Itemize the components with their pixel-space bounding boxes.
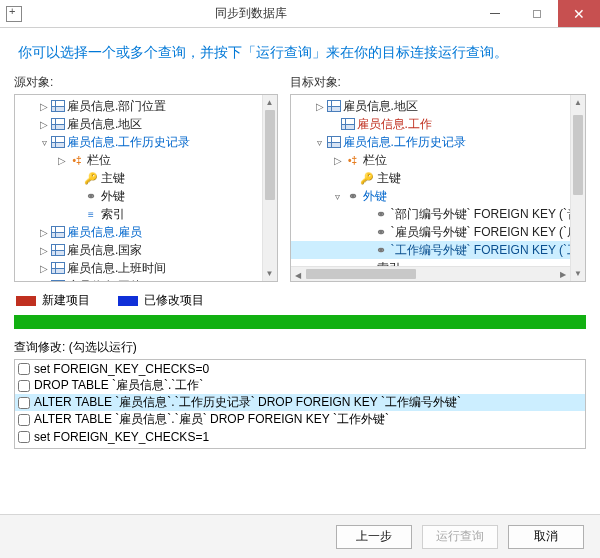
tree-node[interactable]: ▷⚭`工作编号外键` FOREIGN KEY (`工	[291, 241, 585, 259]
table-icon	[51, 118, 65, 130]
columns-icon: •‡	[69, 153, 85, 167]
tree-node-label: 主键	[101, 170, 125, 187]
target-label: 目标对象:	[290, 74, 586, 91]
tree-node[interactable]: ▷•‡栏位	[291, 151, 585, 169]
target-tree[interactable]: ▷雇员信息.地区▷雇员信息.工作▿雇员信息.工作历史记录▷•‡栏位▷🔑主键▿⚭外…	[290, 94, 586, 282]
query-row[interactable]: ALTER TABLE `雇员信息`.`雇员` DROP FOREIGN KEY…	[15, 411, 585, 428]
legend: 新建项目 已修改项目	[0, 282, 600, 315]
key-icon: 🔑	[83, 171, 99, 185]
app-icon	[6, 6, 22, 22]
queries-list[interactable]: set FOREIGN_KEY_CHECKS=0DROP TABLE `雇员信息…	[14, 359, 586, 449]
tree-node[interactable]: ▷•‡栏位	[15, 151, 277, 169]
tree-node-label: 雇员信息.工作历史记录	[343, 134, 466, 151]
scrollbar-vertical[interactable]: ▲▼	[262, 95, 277, 281]
footer: 上一步 运行查询 取消	[0, 514, 600, 558]
table-icon	[51, 100, 65, 112]
tree-node[interactable]: ▿雇员信息.工作历史记录	[15, 133, 277, 151]
tree-node[interactable]: ▷⚭`部门编号外键` FOREIGN KEY (`音	[291, 205, 585, 223]
tree-node[interactable]: ▷⚭`雇员编号外键` FOREIGN KEY (`雇	[291, 223, 585, 241]
tree-node[interactable]: ▿雇员信息.工作历史记录	[291, 133, 585, 151]
tree-node-label: 外键	[363, 188, 387, 205]
query-checkbox[interactable]	[18, 380, 30, 392]
query-checkbox[interactable]	[18, 363, 30, 375]
tree-node[interactable]: ▷雇员信息.上班时间	[15, 259, 277, 277]
queries-label: 查询修改: (勾选以运行)	[14, 339, 586, 356]
tree-node[interactable]: ▷雇员信息.图片	[15, 277, 277, 282]
tree-node-label: 主键	[377, 170, 401, 187]
tree-node[interactable]: ▷雇员信息.地区	[15, 115, 277, 133]
tree-node[interactable]: ▷雇员信息.部门位置	[15, 97, 277, 115]
table-icon	[327, 100, 341, 112]
tree-node[interactable]: ▷雇员信息.工作	[291, 115, 585, 133]
tree-node-label: 雇员信息.部门位置	[67, 98, 166, 115]
tree-node-label: 外键	[101, 188, 125, 205]
query-checkbox[interactable]	[18, 431, 30, 443]
query-text: set FOREIGN_KEY_CHECKS=0	[34, 362, 209, 376]
tree-node[interactable]: ▷雇员信息.雇员	[15, 223, 277, 241]
tree-node[interactable]: ▷雇员信息.国家	[15, 241, 277, 259]
run-query-button[interactable]: 运行查询	[422, 525, 498, 549]
tree-node[interactable]: ▷雇员信息.地区	[291, 97, 585, 115]
table-icon	[51, 280, 65, 282]
legend-mod-label: 已修改项目	[144, 292, 204, 309]
tree-node[interactable]: ▿⚭外键	[291, 187, 585, 205]
expand-icon[interactable]: ▷	[37, 245, 51, 256]
cancel-button[interactable]: 取消	[508, 525, 584, 549]
tree-node[interactable]: ▷⚭外键	[15, 187, 277, 205]
query-row[interactable]: set FOREIGN_KEY_CHECKS=0	[15, 360, 585, 377]
query-row[interactable]: ALTER TABLE `雇员信息`.`工作历史记录` DROP FOREIGN…	[15, 394, 585, 411]
query-row[interactable]: set FOREIGN_KEY_CHECKS=1	[15, 428, 585, 445]
tree-node-label: 雇员信息.国家	[67, 242, 142, 259]
legend-mod: 已修改项目	[118, 292, 204, 309]
expand-icon[interactable]: ▷	[37, 263, 51, 274]
legend-mod-swatch	[118, 296, 138, 306]
foreign-key-icon: ⚭	[373, 207, 389, 221]
legend-new-label: 新建项目	[42, 292, 90, 309]
query-checkbox[interactable]	[18, 397, 30, 409]
source-tree[interactable]: ▷雇员信息.部门位置▷雇员信息.地区▿雇员信息.工作历史记录▷•‡栏位▷🔑主键▷…	[14, 94, 278, 282]
query-text: DROP TABLE `雇员信息`.`工作`	[34, 377, 203, 394]
tree-node-label: 雇员信息.地区	[343, 98, 418, 115]
expand-icon[interactable]: ▷	[55, 155, 69, 166]
tree-node-label: 雇员信息.图片	[67, 278, 142, 283]
title-bar: 同步到数据库 ✕	[0, 0, 600, 28]
tree-node-label: 索引	[101, 206, 125, 223]
legend-new: 新建项目	[16, 292, 90, 309]
tree-node-label: 雇员信息.地区	[67, 116, 142, 133]
expand-icon[interactable]: ▷	[37, 227, 51, 238]
maximize-button[interactable]	[516, 0, 558, 27]
query-row[interactable]: DROP TABLE `雇员信息`.`工作`	[15, 377, 585, 394]
expand-icon[interactable]: ▿	[313, 137, 327, 148]
expand-icon[interactable]: ▷	[37, 281, 51, 283]
source-panel: 源对象: ▷雇员信息.部门位置▷雇员信息.地区▿雇员信息.工作历史记录▷•‡栏位…	[14, 74, 278, 282]
key-icon: 🔑	[359, 171, 375, 185]
minimize-button[interactable]	[474, 0, 516, 27]
expand-icon[interactable]: ▷	[331, 155, 345, 166]
expand-icon[interactable]: ▷	[37, 101, 51, 112]
expand-icon[interactable]: ▿	[331, 191, 345, 202]
tree-node[interactable]: ▷🔑主键	[15, 169, 277, 187]
tree-node[interactable]: ▷🔑主键	[291, 169, 585, 187]
tree-node[interactable]: ▷≡索引	[15, 205, 277, 223]
scrollbar-vertical[interactable]: ▲▼	[570, 95, 585, 281]
table-icon	[51, 244, 65, 256]
table-icon	[51, 226, 65, 238]
prev-button[interactable]: 上一步	[336, 525, 412, 549]
expand-icon[interactable]: ▷	[313, 101, 327, 112]
tree-node-label: 雇员信息.雇员	[67, 224, 142, 241]
table-icon	[327, 136, 341, 148]
foreign-key-icon: ⚭	[373, 225, 389, 239]
tree-node-label: 栏位	[363, 152, 387, 169]
tree-node-label: `雇员编号外键` FOREIGN KEY (`雇	[391, 224, 579, 241]
tree-node-label: `部门编号外键` FOREIGN KEY (`音	[391, 206, 579, 223]
expand-icon[interactable]: ▷	[37, 119, 51, 130]
query-text: set FOREIGN_KEY_CHECKS=1	[34, 430, 209, 444]
tree-node-label: 雇员信息.工作	[357, 116, 432, 133]
tree-node-label: 雇员信息.工作历史记录	[67, 134, 190, 151]
tree-node-label: `工作编号外键` FOREIGN KEY (`工	[391, 242, 579, 259]
query-checkbox[interactable]	[18, 414, 30, 426]
expand-icon[interactable]: ▿	[37, 137, 51, 148]
scrollbar-horizontal[interactable]: ◀▶	[291, 266, 570, 281]
foreign-key-icon: ⚭	[345, 189, 361, 203]
close-button[interactable]: ✕	[558, 0, 600, 27]
